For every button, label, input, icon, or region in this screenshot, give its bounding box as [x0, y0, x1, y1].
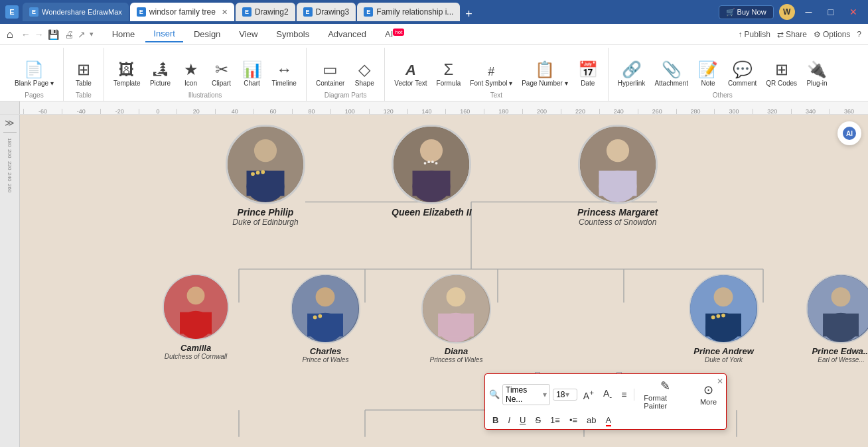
user-avatar[interactable]: W — [779, 4, 795, 20]
save-icon[interactable]: 💾 — [48, 29, 59, 40]
canvas-area[interactable]: Prince Philip Duke of Edinburgh Queen El… — [20, 115, 868, 447]
note-button[interactable]: 📝 Note — [693, 48, 723, 89]
ordered-list-button[interactable]: 1≡ — [547, 414, 563, 426]
ribbon-tab-ai[interactable]: AIhot — [377, 27, 412, 42]
align-button[interactable]: ≡ — [618, 388, 630, 401]
person-photo-camilla — [163, 274, 229, 340]
person-prince-philip[interactable]: Prince Philip Duke of Edinburgh — [226, 125, 305, 227]
strikethrough-button[interactable]: S — [532, 414, 544, 426]
svg-point-44 — [447, 287, 466, 306]
container-button[interactable]: ▭ Container — [312, 48, 348, 89]
ribbon-group-others: 🔗 Hyperlink 📎 Attachment 📝 Note 💬 Commen… — [609, 48, 837, 101]
photo-silhouette — [292, 275, 359, 342]
ruler-mark: 360 — [830, 109, 868, 114]
italic-button[interactable]: I — [504, 414, 514, 426]
print-icon[interactable]: 🖨 — [64, 29, 74, 40]
blank-page-button[interactable]: 📄 Blank Page — [11, 48, 58, 89]
maximize-button[interactable]: □ — [823, 7, 839, 17]
export-icon[interactable]: ↗ — [78, 29, 86, 40]
page-number-label: Page Number — [522, 80, 567, 87]
increase-font-button[interactable]: A+ — [580, 387, 597, 403]
tab-drawing2[interactable]: E Drawing2 — [236, 3, 295, 21]
table-label: Table — [76, 80, 92, 87]
ribbon-tabs: ⌂ ← → 💾 🖨 ↗ ▾ Home Insert Design View Sy… — [0, 24, 868, 45]
vector-text-button[interactable]: A Vector Text — [390, 48, 431, 89]
comment-button[interactable]: 💬 Comment — [724, 48, 760, 89]
timeline-button[interactable]: ↔ Timeline — [268, 48, 301, 89]
svg-point-53 — [721, 314, 725, 318]
close-window-button[interactable]: ✕ — [844, 7, 863, 17]
svg-point-15 — [254, 139, 277, 162]
ribbon-tab-insert[interactable]: Insert — [145, 26, 183, 42]
plug-in-button[interactable]: 🔌 Plug-in — [802, 48, 832, 89]
font-symbol-icon: # — [488, 66, 494, 78]
picture-button[interactable]: 🏞 Picture — [146, 48, 175, 89]
tab-drawing3[interactable]: E Drawing3 — [297, 3, 356, 21]
clipart-label: Clipart — [212, 80, 231, 87]
float-toolbar-close-button[interactable]: ✕ — [717, 377, 723, 386]
ribbon-tab-advanced[interactable]: Advanced — [320, 27, 374, 42]
person-princess-margaret[interactable]: Princess Margaret Countess of Snowdon — [577, 125, 658, 227]
publish-button[interactable]: ↑ Publish — [739, 30, 770, 39]
minimize-button[interactable]: ─ — [800, 7, 818, 17]
ab-button[interactable]: ab — [583, 414, 599, 426]
qr-codes-label: QR Codes — [766, 80, 797, 87]
template-button[interactable]: 🖼 Template — [109, 48, 145, 89]
tab-windsor[interactable]: E windsor family tree ✕ — [130, 3, 234, 21]
qr-codes-button[interactable]: ⊞ QR Codes — [762, 48, 801, 89]
shape-button[interactable]: ◇ Shape — [350, 48, 379, 89]
ribbon-tab-view[interactable]: View — [231, 27, 265, 42]
attachment-button[interactable]: 📎 Attachment — [650, 48, 692, 89]
table-button[interactable]: ⊞ Table — [69, 48, 98, 89]
format-painter-button[interactable]: ✎ Format Painter — [638, 377, 692, 412]
person-queen-elizabeth[interactable]: Queen Elizabeth II — [392, 125, 472, 218]
svg-rect-24 — [413, 171, 451, 196]
diana-name: Diana — [445, 346, 468, 356]
person-diana[interactable]: Diana Princess of Wales — [421, 274, 491, 363]
bold-button[interactable]: B — [489, 414, 502, 426]
font-family-select[interactable]: Times Ne... — [502, 384, 550, 405]
tab-family[interactable]: E Family relationship i... — [357, 3, 460, 21]
formula-button[interactable]: Σ Formula — [433, 48, 465, 89]
chart-button[interactable]: 📊 Chart — [238, 48, 267, 89]
svg-rect-36 — [180, 312, 212, 334]
person-prince-andrew[interactable]: Prince Andrew Duke of York — [689, 274, 759, 363]
hyperlink-button[interactable]: 🔗 Hyperlink — [614, 48, 650, 89]
share-button[interactable]: ⇄ Share — [777, 30, 807, 39]
buy-now-button[interactable]: 🛒 Buy Now — [719, 5, 774, 19]
person-prince-edward[interactable]: Prince Edwa... Earl of Wesse... — [806, 274, 868, 363]
formula-label: Formula — [437, 80, 461, 87]
person-camilla[interactable]: Camilla Dutchess of Cornwall — [163, 274, 229, 360]
font-symbol-button[interactable]: # Font Symbol — [466, 48, 516, 89]
tab-edrawmax[interactable]: E Wondershare EdrawMax — [23, 3, 129, 21]
hyperlink-icon: 🔗 — [622, 62, 642, 78]
icon-button[interactable]: ★ Icon — [177, 48, 206, 89]
ribbon-tab-design[interactable]: Design — [186, 27, 228, 42]
options-button[interactable]: ⚙ Options — [814, 30, 850, 39]
tab-close-icon[interactable]: ✕ — [222, 8, 228, 17]
date-button[interactable]: 📅 Date — [573, 48, 603, 89]
bullet-list-button[interactable]: •≡ — [566, 414, 581, 426]
text-color-button[interactable]: A — [603, 414, 615, 426]
ruler-mark: -40 — [62, 109, 100, 114]
ribbon-tab-symbols[interactable]: Symbols — [268, 27, 317, 42]
ribbon-tab-home[interactable]: Home — [104, 27, 143, 42]
ai-assistant-button[interactable]: AI — [837, 121, 861, 145]
more-qat-icon[interactable]: ▾ — [90, 30, 94, 38]
svg-point-18 — [251, 172, 255, 176]
buy-icon: 🛒 — [726, 8, 735, 16]
forward-icon[interactable]: → — [35, 29, 44, 40]
page-number-button[interactable]: 📋 Page Number — [518, 48, 571, 89]
help-button[interactable]: ? — [857, 30, 861, 39]
person-charles[interactable]: Charles Prince of Wales — [291, 274, 360, 363]
decrease-font-button[interactable]: A- — [600, 387, 615, 402]
ruler-mark: -20 — [100, 109, 139, 114]
font-size-select[interactable]: 18 — [553, 389, 577, 401]
add-tab-button[interactable]: + — [461, 7, 476, 21]
underline-button[interactable]: U — [516, 414, 529, 426]
ruler-mark: 140 — [407, 109, 446, 114]
clipart-button[interactable]: ✂ Clipart — [207, 48, 236, 89]
back-icon[interactable]: ← — [21, 29, 31, 40]
expand-icon[interactable]: ≫ — [5, 117, 15, 128]
template-label: Template — [113, 80, 141, 87]
